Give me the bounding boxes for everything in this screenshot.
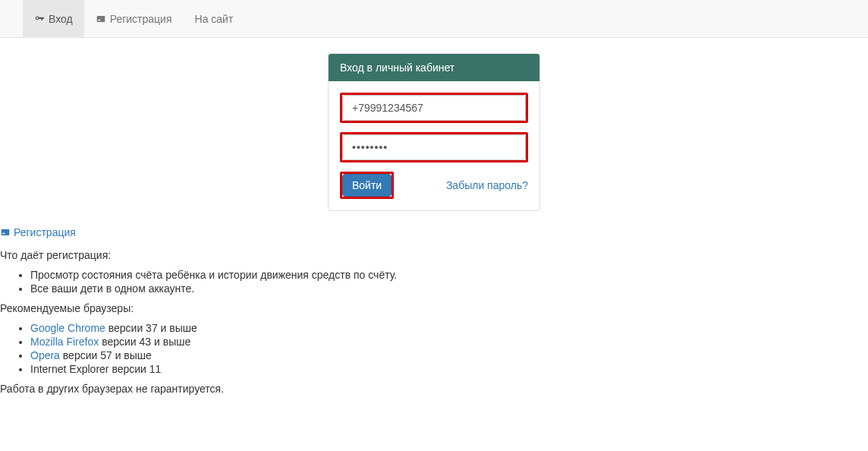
browser-link[interactable]: Mozilla Firefox <box>30 336 99 348</box>
nav-register-label: Регистрация <box>110 13 172 25</box>
what-gives-heading: Что даёт регистрация: <box>0 249 868 261</box>
navbar: Вход Регистрация На сайт <box>0 0 868 38</box>
login-panel-body: Войти Забыли пароль? <box>329 81 539 210</box>
browser-link[interactable]: Opera <box>30 349 60 361</box>
nav-register[interactable]: Регистрация <box>84 0 184 37</box>
id-card-icon <box>96 14 106 24</box>
login-panel: Вход в личный кабинет Войти Забыли парол… <box>328 53 540 211</box>
login-panel-title: Вход в личный кабинет <box>329 54 539 81</box>
browser-link[interactable]: Google Chrome <box>30 322 105 334</box>
browser-version-text: Internet Explorer версии 11 <box>30 363 161 375</box>
phone-input[interactable] <box>342 95 526 121</box>
password-input[interactable] <box>342 134 526 160</box>
id-card-icon <box>0 227 11 238</box>
list-item: Opera версии 57 и выше <box>30 349 868 361</box>
browsers-list: Google Chrome версии 37 и вышеMozilla Fi… <box>0 322 868 375</box>
browser-version-text: версии 57 и выше <box>60 349 152 361</box>
nav-site-label: На сайт <box>195 13 234 25</box>
login-button[interactable]: Войти <box>342 174 392 197</box>
register-link[interactable]: Регистрация <box>0 226 76 238</box>
password-highlight <box>340 132 528 162</box>
nav-site[interactable]: На сайт <box>184 0 245 37</box>
browser-version-text: версии 37 и выше <box>105 322 197 334</box>
disclaimer-text: Работа в других браузерах не гарантирует… <box>0 383 868 395</box>
nav-login-label: Вход <box>49 13 73 25</box>
forgot-password-link[interactable]: Забыли пароль? <box>446 179 528 191</box>
recommended-heading: Рекомендуемые браузеры: <box>0 302 868 314</box>
login-button-row: Войти Забыли пароль? <box>340 172 528 199</box>
nav-login[interactable]: Вход <box>23 0 84 37</box>
list-item: Все ваши дети в одном аккаунте. <box>30 282 868 295</box>
list-item: Просмотр состояния счёта ребёнка и истор… <box>30 269 868 281</box>
list-item: Internet Explorer версии 11 <box>30 363 868 375</box>
register-link-label: Регистрация <box>14 226 76 238</box>
login-button-highlight: Войти <box>340 172 394 199</box>
benefits-list: Просмотр состояния счёта ребёнка и истор… <box>0 269 868 295</box>
login-panel-wrap: Вход в личный кабинет Войти Забыли парол… <box>0 53 868 211</box>
phone-highlight <box>340 93 528 123</box>
key-icon <box>34 14 45 24</box>
browser-version-text: версии 43 и выше <box>99 336 190 348</box>
info-section: Регистрация Что даёт регистрация: Просмо… <box>0 226 868 418</box>
list-item: Mozilla Firefox версии 43 и выше <box>30 336 868 348</box>
list-item: Google Chrome версии 37 и выше <box>30 322 868 334</box>
